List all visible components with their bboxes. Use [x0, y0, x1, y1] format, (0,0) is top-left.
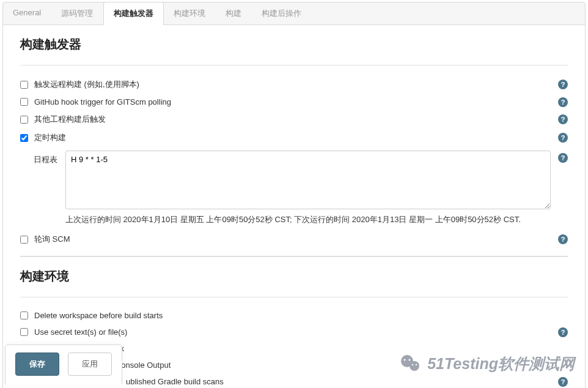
trigger-remote-row: 触发远程构建 (例如,使用脚本) ? — [20, 75, 568, 94]
svg-point-4 — [412, 364, 413, 365]
apply-button[interactable]: 应用 — [68, 353, 112, 376]
help-icon[interactable]: ? — [558, 114, 568, 124]
section-title-env: 构建环境 — [20, 268, 568, 285]
env-secret-label: Use secret text(s) or file(s) — [34, 327, 568, 337]
trigger-after-other-label: 其他工程构建后触发 — [34, 114, 568, 125]
env-delete-ws-checkbox[interactable] — [20, 312, 28, 319]
trigger-github-row: GitHub hook trigger for GITScm polling ? — [20, 94, 568, 110]
tab-scm[interactable]: 源码管理 — [51, 2, 103, 24]
tab-env[interactable]: 构建环境 — [164, 2, 216, 24]
trigger-timer-checkbox[interactable] — [20, 134, 28, 142]
tab-triggers[interactable]: 构建触发器 — [103, 2, 164, 25]
trigger-timer-label: 定时构建 — [34, 132, 568, 143]
content-pane: 构建触发器 触发远程构建 (例如,使用脚本) ? GitHub hook tri… — [2, 25, 586, 388]
button-bar: 保存 应用 — [5, 345, 122, 384]
help-icon[interactable]: ? — [558, 234, 568, 244]
trigger-poll-scm-row: 轮询 SCM ? — [20, 230, 568, 248]
help-icon[interactable]: ? — [558, 153, 568, 163]
help-icon[interactable]: ? — [558, 377, 568, 387]
schedule-info: 上次运行的时间 2020年1月10日 星期五 上午09时50分52秒 CST; … — [65, 212, 551, 230]
trigger-github-label: GitHub hook trigger for GITScm polling — [34, 97, 568, 106]
env-secret-checkbox[interactable] — [20, 328, 28, 336]
help-icon[interactable]: ? — [558, 97, 568, 107]
schedule-block: 日程表 H 9 * * 1-5 ? — [34, 151, 568, 209]
env-delete-ws-label: Delete workspace before build starts — [34, 311, 568, 320]
env-secret-row: Use secret text(s) or file(s) ? — [20, 324, 568, 340]
svg-point-2 — [404, 359, 406, 361]
trigger-github-checkbox[interactable] — [20, 98, 28, 106]
schedule-textarea[interactable]: H 9 * * 1-5 — [65, 151, 551, 209]
trigger-remote-checkbox[interactable] — [20, 81, 28, 89]
svg-point-1 — [410, 361, 419, 371]
tabs-bar: General 源码管理 构建触发器 构建环境 构建 构建后操作 — [2, 2, 586, 25]
trigger-timer-row: 定时构建 ? — [20, 129, 568, 147]
tab-build[interactable]: 构建 — [216, 2, 252, 24]
env-delete-ws-row: Delete workspace before build starts — [20, 307, 568, 324]
help-icon[interactable]: ? — [558, 80, 568, 89]
divider — [20, 65, 568, 65]
wechat-icon — [399, 353, 421, 375]
watermark: 51Testing软件测试网 — [399, 353, 575, 375]
trigger-poll-scm-label: 轮询 SCM — [34, 234, 568, 245]
trigger-poll-scm-checkbox[interactable] — [20, 236, 28, 244]
trigger-after-other-row: 其他工程构建后触发 ? — [20, 110, 568, 129]
trigger-remote-label: 触发远程构建 (例如,使用脚本) — [34, 79, 568, 90]
trigger-after-other-checkbox[interactable] — [20, 116, 28, 124]
save-button[interactable]: 保存 — [15, 353, 59, 376]
help-icon[interactable]: ? — [558, 327, 568, 337]
svg-point-5 — [416, 364, 417, 365]
svg-point-3 — [409, 359, 411, 361]
tab-post[interactable]: 构建后操作 — [252, 2, 312, 24]
schedule-label: 日程表 — [34, 151, 65, 165]
tab-general[interactable]: General — [3, 2, 51, 24]
watermark-text: 51Testing软件测试网 — [427, 354, 575, 374]
help-icon[interactable]: ? — [558, 133, 568, 143]
section-title-triggers: 构建触发器 — [20, 36, 568, 53]
divider — [20, 297, 568, 297]
